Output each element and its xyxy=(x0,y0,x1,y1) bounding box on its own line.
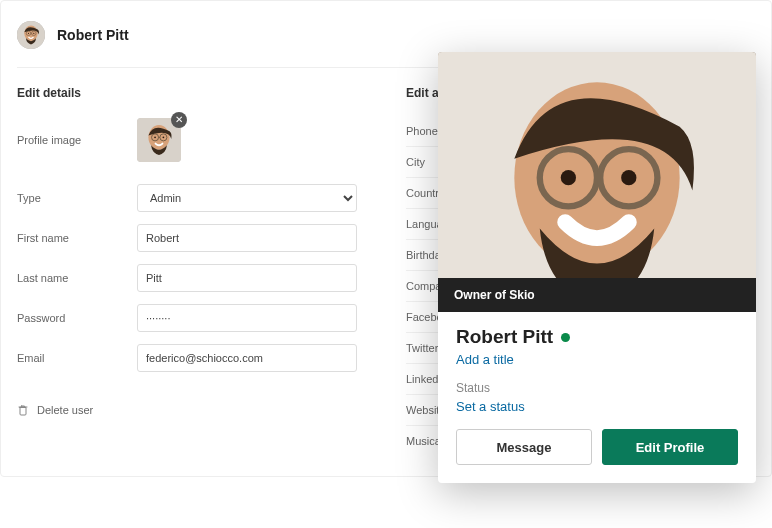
svg-point-12 xyxy=(561,170,576,185)
edit-profile-button[interactable]: Edit Profile xyxy=(602,429,738,465)
profile-card-body: Robert Pitt Add a title Status Set a sta… xyxy=(438,312,756,483)
delete-user-label: Delete user xyxy=(37,404,93,416)
type-label: Type xyxy=(17,192,137,204)
profile-image-label: Profile image xyxy=(17,134,137,146)
profile-photo xyxy=(438,52,756,278)
password-input[interactable] xyxy=(137,304,357,332)
last-name-row: Last name xyxy=(17,262,366,294)
card-buttons: Message Edit Profile xyxy=(456,429,738,465)
edit-details-heading: Edit details xyxy=(17,86,366,100)
remove-image-icon[interactable]: ✕ xyxy=(171,112,187,128)
profile-name: Robert Pitt xyxy=(456,326,553,348)
status-label: Status xyxy=(456,381,738,395)
online-status-dot-icon xyxy=(561,333,570,342)
password-label: Password xyxy=(17,312,137,324)
page-title: Robert Pitt xyxy=(57,27,129,43)
profile-card: Owner of Skio Robert Pitt Add a title St… xyxy=(438,52,756,483)
add-title-link[interactable]: Add a title xyxy=(456,352,514,367)
last-name-label: Last name xyxy=(17,272,137,284)
delete-user-button[interactable]: Delete user xyxy=(17,404,366,416)
avatar xyxy=(17,21,45,49)
profile-image-thumb[interactable]: ✕ xyxy=(137,118,181,162)
type-row: Type Admin xyxy=(17,182,366,214)
first-name-input[interactable] xyxy=(137,224,357,252)
last-name-input[interactable] xyxy=(137,264,357,292)
password-row: Password xyxy=(17,302,366,334)
set-status-link[interactable]: Set a status xyxy=(456,399,525,414)
profile-banner: Owner of Skio xyxy=(438,278,756,312)
email-row: Email xyxy=(17,342,366,374)
first-name-label: First name xyxy=(17,232,137,244)
svg-point-13 xyxy=(621,170,636,185)
first-name-row: First name xyxy=(17,222,366,254)
profile-image-row: Profile image ✕ xyxy=(17,116,366,164)
profile-name-row: Robert Pitt xyxy=(456,326,738,348)
email-label: Email xyxy=(17,352,137,364)
type-select[interactable]: Admin xyxy=(137,184,357,212)
trash-icon xyxy=(17,404,29,416)
email-input[interactable] xyxy=(137,344,357,372)
message-button[interactable]: Message xyxy=(456,429,592,465)
edit-details-col: Edit details Profile image ✕ Type Admin xyxy=(17,86,366,456)
